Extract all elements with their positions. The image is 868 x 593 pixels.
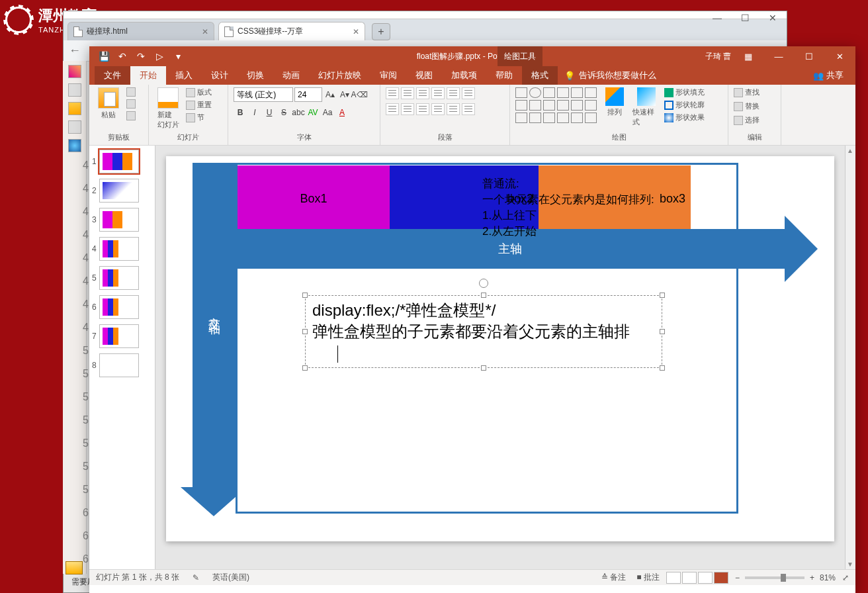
thumb-4[interactable] (99, 237, 139, 261)
underline-button[interactable]: U (263, 106, 276, 119)
redo-icon[interactable]: ↷ (136, 51, 146, 62)
notes-button[interactable]: ≙ 备注 (601, 572, 626, 583)
vertical-scrollbar[interactable] (845, 146, 855, 569)
share-button[interactable]: 👥 共享 (813, 69, 855, 81)
box1[interactable]: Box1 (238, 165, 390, 232)
highlight-button[interactable]: AV (306, 106, 320, 119)
tab-animation[interactable]: 动画 (273, 66, 309, 85)
tab-format[interactable]: 格式 (522, 66, 558, 85)
resize-handle[interactable] (481, 365, 486, 371)
section-button[interactable]: 节 (186, 113, 212, 122)
resize-handle[interactable] (660, 365, 665, 371)
zoom-in-icon[interactable]: + (810, 573, 814, 582)
clear-format-icon[interactable]: A⌫ (353, 88, 366, 101)
replace-button[interactable]: 替换 (734, 101, 775, 111)
browser-close[interactable]: ✕ (759, 11, 787, 27)
bold-button[interactable]: B (234, 106, 247, 119)
grow-font-icon[interactable]: A▴ (324, 88, 337, 101)
zoom-out-icon[interactable]: − (735, 573, 740, 582)
tab-file[interactable]: 文件 (95, 66, 130, 85)
close-icon[interactable]: ✕ (202, 27, 208, 36)
copy-button[interactable] (126, 99, 136, 109)
reset-button[interactable]: 重置 (186, 100, 212, 110)
undo-icon[interactable]: ↶ (117, 51, 128, 62)
sorter-view-icon[interactable] (682, 572, 697, 584)
char-spacing-button[interactable]: Aa (321, 106, 334, 119)
browser-tab-0[interactable]: 碰撞球.html ✕ (67, 22, 214, 40)
user-name[interactable]: 子琦 曹 (705, 51, 731, 62)
shape-icon[interactable] (68, 102, 81, 115)
editing-textbox[interactable]: display:flex;/*弹性盒模型*/ 弹性盒模型的子元素都要沿着父元素的… (305, 295, 662, 368)
new-slide-button[interactable]: 新建 幻灯片 (154, 87, 182, 130)
thumb-6[interactable] (99, 295, 139, 319)
thumb-3[interactable] (99, 208, 139, 232)
slide-canvas-area[interactable]: 交叉轴 Box1 box2 box3 主轴 普通流: 一个块元素在父元素内是如何… (155, 146, 845, 569)
resize-handle[interactable] (302, 293, 308, 298)
thumb-8[interactable] (99, 353, 139, 377)
zoom-slider[interactable] (745, 576, 804, 579)
note-text[interactable]: 普通流: 一个块元素在父元素内是如何排列: 1.从上往下 2.从左开始 (482, 176, 654, 240)
pencil-icon[interactable] (68, 65, 81, 78)
cut-button[interactable] (126, 87, 136, 97)
align-right-icon[interactable] (416, 103, 429, 115)
folder-icon[interactable] (68, 83, 81, 97)
resize-handle[interactable] (302, 365, 308, 371)
format-painter-button[interactable] (126, 111, 136, 120)
font-name-select[interactable] (234, 87, 293, 102)
ribbon-display-icon[interactable]: ▦ (735, 46, 761, 66)
cross-axis-arrow[interactable]: 交叉轴 (193, 163, 236, 487)
layout-button[interactable]: 版式 (186, 87, 212, 97)
tab-help[interactable]: 帮助 (486, 66, 522, 85)
tab-design[interactable]: 设计 (202, 66, 238, 85)
fit-window-icon[interactable]: ⤢ (842, 573, 849, 582)
tell-me[interactable]: 💡 告诉我你想要做什么 (564, 69, 656, 81)
find-button[interactable]: 查找 (734, 87, 775, 97)
save-icon[interactable]: 💾 (99, 51, 109, 62)
thumb-7[interactable] (99, 324, 139, 348)
justify-icon[interactable] (431, 103, 445, 115)
font-color-button[interactable]: A (335, 106, 349, 119)
select-button[interactable]: 选择 (734, 115, 775, 125)
spellcheck-icon[interactable]: ✎ (193, 573, 199, 582)
arrange-button[interactable]: 排列 (601, 87, 629, 117)
language-button[interactable]: 英语(美国) (212, 572, 249, 583)
slideshow-icon[interactable]: ▷ (154, 51, 165, 62)
bullets-icon[interactable] (386, 87, 399, 99)
columns-icon[interactable] (447, 103, 460, 115)
shadow-button[interactable]: abc (292, 106, 305, 119)
thumb-5[interactable] (99, 266, 139, 290)
shape-fill-button[interactable]: 形状填充 (664, 87, 705, 97)
resize-handle[interactable] (660, 329, 665, 334)
zoom-level[interactable]: 81% (820, 573, 836, 582)
numbering-icon[interactable] (401, 87, 414, 99)
slide-counter[interactable]: 幻灯片 第 1 张，共 8 张 (96, 572, 179, 583)
new-tab-button[interactable]: + (372, 23, 390, 40)
align-center-icon[interactable] (401, 103, 414, 115)
text-direction-icon[interactable] (462, 87, 475, 99)
tab-insert[interactable]: 插入 (166, 66, 202, 85)
browser-tab-1[interactable]: CSS3碰撞球--万章 ✕ (218, 22, 365, 40)
browser-min[interactable]: — (703, 11, 731, 27)
indent-inc-icon[interactable] (431, 87, 445, 99)
close-icon[interactable]: ✕ (826, 46, 853, 66)
browser-max[interactable]: ☐ (731, 11, 759, 27)
back-icon[interactable]: ← (69, 44, 81, 58)
quick-styles-button[interactable]: 快速样式 (632, 87, 660, 127)
comments-button[interactable]: ■ 批注 (636, 572, 660, 583)
thumb-1[interactable] (99, 150, 139, 173)
shape-gallery[interactable] (515, 87, 597, 123)
resize-handle[interactable] (302, 329, 308, 334)
resize-handle[interactable] (481, 293, 486, 298)
slide-thumbnails[interactable]: 1 2 3 4 5 6 7 8 (89, 146, 155, 569)
tab-view[interactable]: 视图 (406, 66, 442, 85)
rotate-handle[interactable] (479, 279, 488, 288)
shrink-font-icon[interactable]: A▾ (338, 88, 351, 101)
close-icon[interactable]: ✕ (353, 27, 359, 36)
strike-button[interactable]: S (277, 106, 290, 119)
normal-view-icon[interactable] (666, 572, 681, 584)
font-size-select[interactable] (294, 87, 322, 102)
minimize-icon[interactable]: — (765, 46, 792, 66)
italic-button[interactable]: I (248, 106, 261, 119)
tab-addins[interactable]: 加载项 (442, 66, 486, 85)
taskbar-folder-icon[interactable] (65, 561, 83, 574)
